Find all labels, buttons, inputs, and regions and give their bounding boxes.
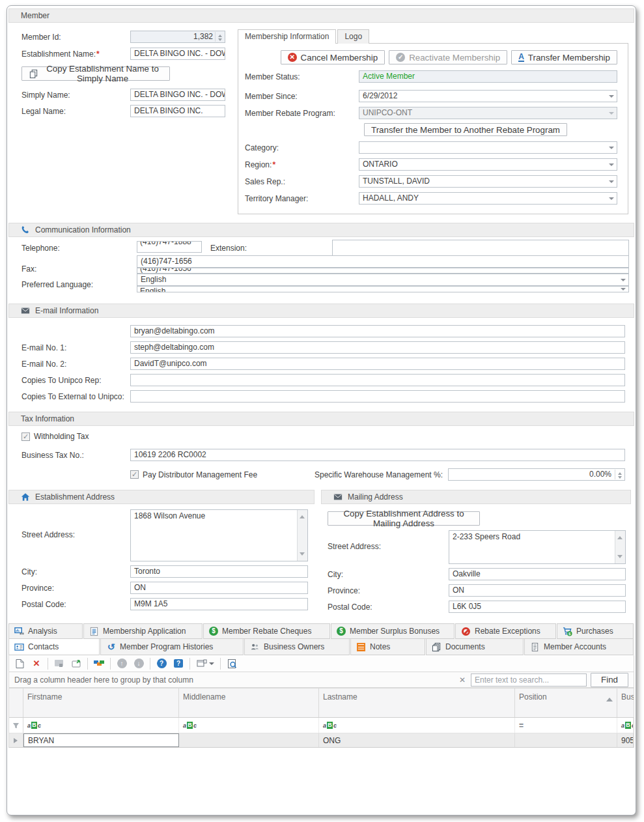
chevron-down-icon[interactable] xyxy=(606,143,616,152)
tab-rebate-exceptions[interactable]: Rebate Exceptions xyxy=(455,623,556,639)
extension-field[interactable] xyxy=(332,240,629,257)
chevron-down-icon[interactable] xyxy=(209,662,214,668)
establishment-name-field[interactable]: DELTA BINGO INC. - DOWNS xyxy=(130,48,225,60)
card-view-button[interactable] xyxy=(91,657,107,671)
mail-province-field[interactable]: ON xyxy=(449,584,626,597)
copy-address-button[interactable]: Copy Establishment Address to Mailing Ad… xyxy=(328,511,480,526)
tab-member-surplus-bonuses[interactable]: $ Member Surplus Bonuses xyxy=(331,623,455,639)
mail-postal-field[interactable]: L6K 0J5 xyxy=(449,601,626,613)
contacts-grid: Firstname Middlename Lastname Position B… xyxy=(8,688,634,748)
territory-manager-combo[interactable]: HADALL, ANDY xyxy=(359,192,617,205)
cart-icon: $ xyxy=(563,627,572,636)
cell-position[interactable] xyxy=(515,733,617,747)
tab-business-owners[interactable]: Business Owners xyxy=(244,639,350,655)
column-header-middlename[interactable]: Middlename xyxy=(179,688,319,717)
grid-filter-row: aBc aBc aBc = aBc xyxy=(9,718,634,733)
tab-member-rebate-cheques[interactable]: $ Member Rebate Cheques xyxy=(203,623,330,639)
column-header-position[interactable]: Position xyxy=(515,688,617,717)
telephone-field[interactable]: (416)747-1888 xyxy=(137,241,202,253)
chevron-down-icon[interactable] xyxy=(606,193,616,203)
member-status-label: Member Status: xyxy=(238,72,359,81)
grid-data-row[interactable]: BRYAN ONG 9058 xyxy=(9,733,634,748)
scrollbar[interactable] xyxy=(297,510,307,561)
detail-view-button[interactable] xyxy=(51,657,67,671)
chevron-down-icon[interactable] xyxy=(606,91,616,101)
help-button[interactable]: ? xyxy=(154,657,169,671)
mail-city-field[interactable]: Oakville xyxy=(449,568,626,580)
cell-lastname[interactable]: ONG xyxy=(319,733,515,747)
transfer-rebate-program-button[interactable]: Transfer the Member to Another Rebate Pr… xyxy=(364,123,567,136)
est-province-field[interactable]: ON xyxy=(130,582,308,594)
tab-membership-application[interactable]: Membership Application xyxy=(83,623,203,639)
preferred-language-combo[interactable]: English xyxy=(137,274,629,286)
filter-cell-middlename[interactable]: aBc xyxy=(179,718,319,733)
pay-distributor-fee-checkbox[interactable]: ✓ xyxy=(130,470,139,479)
est-postal-field[interactable]: M9M 1A5 xyxy=(130,598,308,610)
tab-membership-information[interactable]: Membership Information xyxy=(238,29,336,44)
transfer-membership-button[interactable]: A Transfer Membership xyxy=(511,50,617,64)
email1-field[interactable]: steph@deltabingo.com xyxy=(130,341,625,354)
clear-search-icon[interactable]: ✕ xyxy=(459,675,466,685)
member-id-spinner[interactable] xyxy=(215,32,224,42)
est-city-field[interactable]: Toronto xyxy=(130,565,308,578)
fax-field[interactable]: (416)747-1656 xyxy=(137,255,629,268)
email-extra-field[interactable]: bryan@deltabingo.com xyxy=(130,325,625,337)
column-header-lastname[interactable]: Lastname xyxy=(319,688,515,717)
cancel-membership-button[interactable]: ✕ Cancel Membership xyxy=(281,50,385,64)
warehouse-percent-field[interactable]: 0.00% xyxy=(448,468,625,481)
chevron-down-icon[interactable] xyxy=(606,177,616,186)
new-record-button[interactable] xyxy=(12,657,27,671)
tab-contacts[interactable]: Contacts xyxy=(8,639,100,655)
copies-unipco-rep-field[interactable] xyxy=(130,374,625,386)
tab-member-accounts[interactable]: Member Accounts xyxy=(524,639,634,655)
region-combo[interactable]: ONTARIO xyxy=(359,158,617,171)
business-tax-field[interactable]: 10619 2206 RC0002 xyxy=(130,449,625,461)
column-header-business[interactable]: Busin xyxy=(617,688,634,717)
simply-name-field[interactable]: DELTA BINGO INC. - DOWNS xyxy=(130,89,225,101)
est-street-textarea[interactable]: 1868 Wilson Avenue xyxy=(130,509,308,561)
notes-icon xyxy=(357,643,365,651)
email2-field[interactable]: DavidT@unipco.com xyxy=(130,358,625,370)
cell-business[interactable]: 9058 xyxy=(617,733,634,747)
search-input[interactable]: Enter text to search... xyxy=(471,673,587,687)
tab-purchases[interactable]: $ Purchases xyxy=(557,623,634,639)
copy-establishment-name-button[interactable]: Copy Establishment Name to Simply Name xyxy=(21,66,170,81)
tab-notes[interactable]: Notes xyxy=(350,639,425,655)
column-header-firstname[interactable]: Firstname xyxy=(23,688,179,717)
account-doc-icon xyxy=(530,642,540,652)
warehouse-percent-spinner[interactable] xyxy=(615,470,624,479)
member-since-combo[interactable]: 6/29/2012 xyxy=(359,90,617,102)
grid-header-row: Firstname Middlename Lastname Position B… xyxy=(9,688,634,718)
copies-external-field[interactable] xyxy=(130,390,625,403)
tab-analysis[interactable]: Analysis xyxy=(8,623,83,639)
context-help-button[interactable]: ? xyxy=(171,657,186,671)
filter-cell-position[interactable]: = xyxy=(515,718,617,733)
tab-member-program-histories[interactable]: ↺ Member Program Histories xyxy=(100,639,244,655)
sales-rep-combo[interactable]: TUNSTALL, DAVID xyxy=(359,175,617,188)
move-up-button[interactable]: ↑ xyxy=(114,657,130,671)
filter-cell-firstname[interactable]: aBc xyxy=(23,718,179,733)
chevron-down-icon[interactable] xyxy=(618,275,628,285)
scrollbar[interactable] xyxy=(615,531,625,563)
member-id-field[interactable]: 1,382 xyxy=(130,31,225,43)
reactivate-membership-button[interactable]: ✓ Reactivate Membership xyxy=(389,50,507,64)
find-button[interactable]: Find xyxy=(591,673,628,687)
tab-logo[interactable]: Logo xyxy=(337,29,369,44)
category-combo[interactable] xyxy=(359,141,617,154)
withholding-tax-checkbox[interactable]: ✓ xyxy=(21,432,30,441)
legal-name-field[interactable]: DELTA BINGO INC. xyxy=(130,105,225,117)
move-down-button[interactable]: ↓ xyxy=(131,657,147,671)
chevron-down-icon[interactable] xyxy=(606,160,616,169)
mail-street-textarea[interactable]: 2-233 Speers Road xyxy=(449,530,626,564)
envelope-icon xyxy=(21,306,30,315)
filter-cell-business[interactable]: aBc xyxy=(617,718,634,733)
rebate-program-combo[interactable]: UNIPCO-ONT xyxy=(359,107,617,119)
preview-button[interactable] xyxy=(224,657,240,671)
cell-firstname[interactable]: BRYAN xyxy=(23,733,179,747)
open-detail-button[interactable] xyxy=(68,657,84,671)
layout-options-button[interactable] xyxy=(193,657,217,671)
cell-middlename[interactable] xyxy=(179,733,319,747)
filter-cell-lastname[interactable]: aBc xyxy=(319,718,515,733)
tab-documents[interactable]: Documents xyxy=(426,639,524,655)
delete-record-button[interactable]: ✕ xyxy=(29,657,44,671)
